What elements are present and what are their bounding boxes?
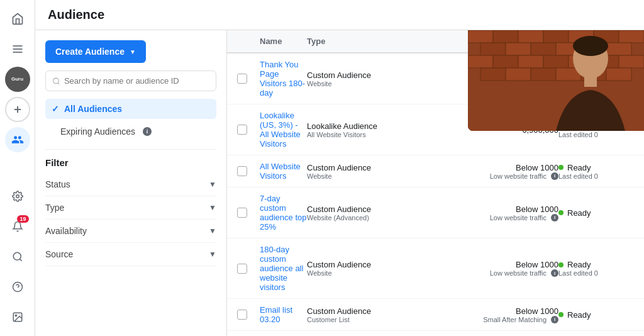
- svg-rect-43: [584, 76, 597, 87]
- create-audience-button[interactable]: Create Audience ▼: [45, 40, 146, 63]
- svg-rect-16: [493, 30, 518, 43]
- size-cell-4: Below 1000 Low website traffici: [433, 260, 558, 277]
- filter-status[interactable]: Status ▼: [45, 173, 216, 196]
- create-audience-label: Create Audience: [55, 47, 125, 57]
- size-num-2: Below 1000: [516, 163, 558, 172]
- filter-source[interactable]: Source ▼: [45, 243, 216, 266]
- table-row: 180-day custom audience all website visi…: [227, 238, 644, 299]
- svg-point-6: [13, 252, 21, 260]
- audience-name-0[interactable]: Thank You Page Visitors 180-day: [260, 60, 307, 98]
- check-icon: ✓: [52, 104, 59, 114]
- svg-rect-21: [619, 30, 644, 43]
- svg-rect-17: [518, 30, 543, 43]
- notifications-icon[interactable]: 19: [5, 214, 30, 239]
- svg-rect-18: [543, 30, 569, 43]
- row-checkbox-5[interactable]: [237, 310, 247, 320]
- type-main-2: Custom Audience: [307, 163, 433, 172]
- type-cell-2: Custom Audience Website: [307, 163, 433, 180]
- people-icon[interactable]: [5, 127, 30, 152]
- svg-line-13: [58, 82, 59, 84]
- source-chevron-icon: ▼: [209, 250, 216, 259]
- row-checkbox-1[interactable]: [237, 125, 247, 135]
- audience-table-panel: Name Type Thank You Page Visitors 180-da…: [227, 30, 644, 336]
- svg-rect-30: [518, 55, 543, 68]
- availability-chevron-icon: ▼: [209, 227, 216, 235]
- table-row: Advanced Tutorial Opt Ins - 180 Custom A…: [227, 331, 644, 336]
- table-row: Email list 03.20 Custom Audience Custome…: [227, 299, 644, 331]
- svg-rect-15: [468, 30, 493, 43]
- type-sub-1: All Website Visitors: [307, 131, 433, 138]
- status-chevron-icon: ▼: [209, 180, 216, 189]
- status-cell-4: Ready Last edited 0: [558, 260, 634, 277]
- help-icon[interactable]: [5, 274, 30, 300]
- status-text-4: Ready: [567, 260, 591, 269]
- audience-name-3[interactable]: 7-day custom audience top 25%: [260, 194, 307, 232]
- expiring-audiences-label: Expiring Audiences: [60, 126, 135, 137]
- menu-icon[interactable]: [5, 36, 30, 62]
- filter-type[interactable]: Type ▼: [45, 196, 216, 220]
- size-note-3: Low website traffici: [490, 214, 558, 221]
- guru-avatar[interactable]: Guru: [5, 67, 30, 92]
- search-nav-icon[interactable]: [5, 244, 30, 269]
- status-dot-4: [558, 262, 564, 267]
- type-main-4: Custom Audience: [307, 260, 433, 269]
- svg-rect-23: [506, 43, 531, 55]
- svg-rect-24: [531, 43, 556, 55]
- person-silhouette: [468, 30, 644, 131]
- search-box: [45, 70, 216, 91]
- type-chevron-icon: ▼: [209, 203, 216, 212]
- row-checkbox-0[interactable]: [237, 74, 247, 84]
- video-overlay: [468, 30, 644, 131]
- size-cell-5: Below 1000 Small After Matchingi: [433, 306, 558, 323]
- row-checkbox-4[interactable]: [237, 264, 247, 274]
- expiring-audiences-item[interactable]: Expiring Audiences i: [45, 121, 216, 142]
- svg-rect-36: [506, 68, 531, 81]
- svg-point-5: [16, 195, 19, 198]
- video-placeholder: [468, 30, 644, 131]
- svg-rect-29: [493, 55, 518, 68]
- filter-source-label: Source: [45, 249, 73, 259]
- image-nav-icon[interactable]: [5, 305, 30, 330]
- svg-point-12: [53, 78, 59, 84]
- expiring-info-icon: i: [143, 127, 152, 136]
- status-cell-5: Ready: [558, 310, 634, 320]
- create-chevron-icon: ▼: [130, 48, 136, 55]
- filter-availability[interactable]: Availability ▼: [45, 220, 216, 243]
- svg-rect-40: [606, 68, 631, 81]
- type-cell-5: Custom Audience Customer List: [307, 306, 433, 323]
- audience-name-1[interactable]: Lookalike (US, 3%) - All Website Visitor…: [260, 111, 307, 148]
- status-cell-2: Ready Last edited 0: [558, 163, 634, 180]
- filter-availability-label: Availability: [45, 226, 87, 236]
- size-cell-3: Below 1000 Low website traffici: [433, 204, 558, 221]
- home-icon[interactable]: [5, 6, 30, 31]
- sidebar-bottom: 19: [5, 184, 30, 330]
- size-note-5: Small After Matchingi: [483, 316, 558, 323]
- search-input[interactable]: [64, 76, 209, 86]
- svg-line-7: [19, 259, 21, 260]
- size-num-3: Below 1000: [516, 204, 558, 214]
- search-icon: [52, 77, 60, 86]
- status-ready-4: Ready Last edited 0: [558, 260, 598, 277]
- main-content: Audience Create Audience ▼ ✓ All Audienc…: [35, 0, 644, 336]
- size-num-5: Below 1000: [516, 306, 558, 316]
- last-edit-1: Last edited 0: [558, 131, 598, 138]
- plus-icon[interactable]: [5, 97, 30, 122]
- audience-name-4[interactable]: 180-day custom audience all website visi…: [260, 245, 307, 292]
- all-audiences-label: All Audiences: [64, 104, 122, 114]
- svg-rect-28: [468, 55, 493, 68]
- type-sub-0: Website: [307, 80, 433, 87]
- row-checkbox-2[interactable]: [237, 166, 247, 176]
- row-checkbox-3[interactable]: [237, 208, 247, 218]
- status-text-5: Ready: [567, 310, 591, 320]
- type-cell-4: Custom Audience Website: [307, 260, 433, 277]
- svg-rect-22: [480, 43, 506, 55]
- settings-icon[interactable]: [5, 184, 30, 209]
- table-row: 7-day custom audience top 25% Custom Aud…: [227, 188, 644, 238]
- svg-rect-27: [606, 43, 631, 55]
- size-num-4: Below 1000: [516, 260, 558, 269]
- status-dot-3: [558, 210, 564, 215]
- all-audiences-item[interactable]: ✓ All Audiences: [45, 99, 216, 119]
- audience-name-5[interactable]: Email list 03.20: [260, 305, 307, 324]
- audience-name-2[interactable]: All Website Visitors: [260, 162, 307, 181]
- status-dot-5: [558, 312, 564, 317]
